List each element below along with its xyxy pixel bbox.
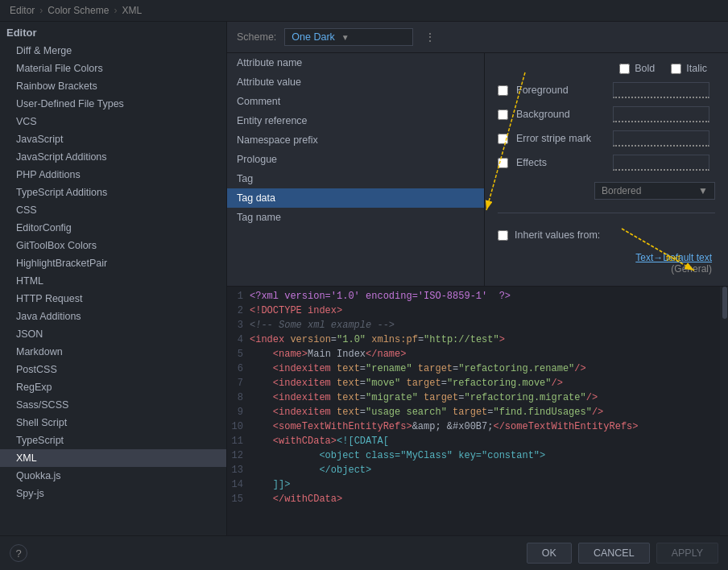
effects-color-swatch[interactable] <box>613 155 709 171</box>
breadcrumb-editor: Editor <box>10 5 35 16</box>
code-preview: 1 <?xml version='1.0' encoding='ISO-8859… <box>227 287 728 535</box>
apply-button[interactable]: APPLY <box>656 543 718 564</box>
breadcrumb-sep2: › <box>114 5 117 16</box>
inherit-sub: (General) <box>498 263 712 275</box>
sidebar-item-material-file-colors[interactable]: Material File Colors <box>0 60 226 77</box>
effects-label: Effects <box>516 157 605 168</box>
sidebar-item-php-additions[interactable]: PHP Additions <box>0 166 226 184</box>
effects-row: Effects <box>498 155 715 171</box>
ok-button[interactable]: OK <box>527 543 572 564</box>
sidebar-item-gittoolbox-colors[interactable]: GitToolBox Colors <box>0 237 226 254</box>
sidebar-item-markdown[interactable]: Markdown <box>0 343 226 361</box>
background-row: Background <box>498 106 715 122</box>
sidebar-item-highlightbracketpair[interactable]: HighlightBracketPair <box>0 254 226 272</box>
sidebar-item-css[interactable]: CSS <box>0 201 226 219</box>
italic-checkbox-label[interactable]: Italic <box>671 63 707 74</box>
foreground-color-swatch[interactable] <box>613 82 709 98</box>
code-line-13: 13 </object> <box>227 464 728 478</box>
sidebar-item-typescript-additions[interactable]: TypeScript Additions <box>0 184 226 201</box>
attr-comment[interactable]: Comment <box>227 92 484 111</box>
help-button[interactable]: ? <box>10 544 27 562</box>
bold-label: Bold <box>635 63 655 74</box>
breadcrumb: Editor › Color Scheme › XML <box>0 0 728 22</box>
sidebar-item-shell-script[interactable]: Shell Script <box>0 414 226 432</box>
foreground-label: Foreground <box>516 85 605 96</box>
sidebar-item-json[interactable]: JSON <box>0 325 226 343</box>
breadcrumb-sep1: › <box>39 5 43 16</box>
code-line-11: 11 <withCData><![CDATA[ <box>227 435 728 449</box>
code-scrollbar[interactable] <box>720 287 728 535</box>
attr-prologue[interactable]: Prologue <box>227 150 484 169</box>
inherit-row: Inherit values from: <box>498 229 715 241</box>
code-line-8: 8 <indexitem text="migrate" target="refa… <box>227 391 728 406</box>
sidebar-item-regexp[interactable]: RegExp <box>0 378 226 396</box>
italic-label: Italic <box>686 63 707 74</box>
bold-checkbox-label[interactable]: Bold <box>619 63 655 74</box>
foreground-row: Foreground <box>498 82 715 98</box>
background-checkbox[interactable] <box>498 109 508 120</box>
attr-attribute-name[interactable]: Attribute name <box>227 53 484 72</box>
effects-checkbox[interactable] <box>498 158 508 168</box>
bordered-dropdown[interactable]: Bordered ▼ <box>594 182 715 200</box>
code-lines-container[interactable]: 1 <?xml version='1.0' encoding='ISO-8859… <box>227 287 728 535</box>
sidebar-item-editorconfig[interactable]: EditorConfig <box>0 219 226 237</box>
code-scroll-thumb <box>722 287 727 319</box>
sidebar-item-javascript[interactable]: JavaScript <box>0 130 226 148</box>
code-line-12: 12 <object class="MyClass" key="constant… <box>227 449 728 464</box>
code-line-6: 6 <indexitem text="rename" target="refac… <box>227 362 728 377</box>
attr-tag-name[interactable]: Tag name <box>227 208 484 227</box>
scheme-label: Scheme: <box>237 31 276 43</box>
inherit-link[interactable]: Text→Default text <box>498 252 712 263</box>
error-stripe-label: Error stripe mark <box>516 133 605 144</box>
code-line-1: 1 <?xml version='1.0' encoding='ISO-8859… <box>227 290 728 304</box>
bottom-bar: ? OK CANCEL APPLY <box>0 535 728 570</box>
sidebar-item-postcss[interactable]: PostCSS <box>0 361 226 378</box>
sidebar-item-javascript-additions[interactable]: JavaScript Additions <box>0 148 226 166</box>
action-buttons: OK CANCEL APPLY <box>527 543 718 564</box>
cancel-button[interactable]: CANCEL <box>578 543 650 564</box>
sidebar-item-sass-scss[interactable]: Sass/SCSS <box>0 396 226 414</box>
sidebar-item-vcs[interactable]: VCS <box>0 113 226 130</box>
attr-tag[interactable]: Tag <box>227 169 484 188</box>
background-label: Background <box>516 109 605 120</box>
code-line-10: 10 <someTextWithEntityRefs>&amp; &#x00B7… <box>227 420 728 435</box>
scheme-dropdown[interactable]: One Dark ▼ <box>284 28 413 46</box>
attr-namespace-prefix[interactable]: Namespace prefix <box>227 130 484 150</box>
sidebar-item-typescript[interactable]: TypeScript <box>0 432 226 449</box>
breadcrumb-xml: XML <box>122 5 142 16</box>
bordered-chevron-icon: ▼ <box>698 185 708 196</box>
inherit-checkbox[interactable] <box>498 230 508 241</box>
attr-entity-reference[interactable]: Entity reference <box>227 111 484 130</box>
foreground-checkbox[interactable] <box>498 85 508 96</box>
bold-checkbox[interactable] <box>619 64 630 74</box>
background-color-swatch[interactable] <box>613 106 709 122</box>
code-line-9: 9 <indexitem text="usage search" target=… <box>227 406 728 420</box>
scheme-more-button[interactable]: ⋮ <box>424 31 436 43</box>
inherit-label: Inherit values from: <box>515 229 600 241</box>
code-line-15: 15 </withCData> <box>227 493 728 507</box>
sidebar-item-spy-js[interactable]: Spy-js <box>0 485 226 502</box>
code-line-7: 7 <indexitem text="move" target="refacto… <box>227 377 728 391</box>
sidebar-item-xml[interactable]: XML <box>0 449 226 467</box>
sidebar-section-editor: Editor <box>0 22 226 42</box>
breadcrumb-color-scheme: Color Scheme <box>48 5 109 16</box>
sidebar-item-diff-merge[interactable]: Diff & Merge <box>0 42 226 60</box>
sidebar: Editor Diff & Merge Material File Colors… <box>0 22 227 535</box>
attr-attribute-value[interactable]: Attribute value <box>227 72 484 92</box>
error-stripe-color-swatch[interactable] <box>613 130 709 147</box>
sidebar-item-http-request[interactable]: HTTP Request <box>0 290 226 308</box>
sidebar-item-java-additions[interactable]: Java Additions <box>0 308 226 325</box>
bordered-label: Bordered <box>602 185 641 196</box>
error-stripe-checkbox[interactable] <box>498 134 508 144</box>
bordered-row: Bordered ▼ <box>498 182 715 200</box>
sidebar-item-rainbow-brackets[interactable]: Rainbow Brackets <box>0 77 226 95</box>
code-line-4: 4 <index version="1.0" xmlns:pf="http://… <box>227 333 728 348</box>
chevron-down-icon: ▼ <box>341 33 350 42</box>
sidebar-item-user-defined-file-types[interactable]: User-Defined File Types <box>0 95 226 113</box>
attr-tag-data[interactable]: Tag data <box>227 188 484 208</box>
italic-checkbox[interactable] <box>671 64 681 74</box>
scheme-row: Scheme: One Dark ▼ ⋮ <box>227 22 728 53</box>
code-line-14: 14 ]]> <box>227 478 728 493</box>
sidebar-item-quokka-js[interactable]: Quokka.js <box>0 467 226 485</box>
sidebar-item-html[interactable]: HTML <box>0 272 226 290</box>
